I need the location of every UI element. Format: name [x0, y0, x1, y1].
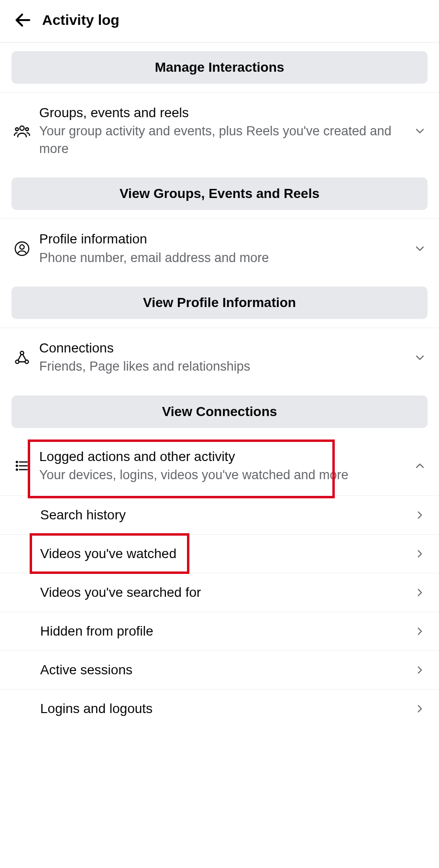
arrow-left-icon: [13, 11, 33, 30]
section-logged-actions[interactable]: Logged actions and other activity Your d…: [0, 437, 439, 495]
people-icon: [11, 122, 33, 140]
chevron-right-icon: [412, 625, 428, 637]
chevron-right-icon: [412, 703, 428, 715]
section-subtitle: Phone number, email address and more: [39, 249, 412, 266]
view-profile-information-button[interactable]: View Profile Information: [11, 286, 428, 319]
chevron-right-icon: [412, 664, 428, 676]
svg-point-2: [16, 128, 19, 131]
view-groups-events-reels-button[interactable]: View Groups, Events and Reels: [11, 177, 428, 210]
section-text: Logged actions and other activity Your d…: [39, 448, 412, 484]
svg-line-9: [18, 354, 22, 360]
subitem-videos-watched[interactable]: Videos you've watched: [0, 534, 439, 573]
page-title: Activity log: [42, 12, 120, 28]
section-text: Connections Friends, Page likes and rela…: [39, 340, 412, 375]
section-title: Connections: [39, 340, 412, 357]
svg-line-10: [22, 354, 26, 360]
chevron-down-icon: [412, 124, 428, 138]
chevron-right-icon: [412, 509, 428, 521]
subitem-active-sessions[interactable]: Active sessions: [0, 650, 439, 689]
subitem-logins-logouts[interactable]: Logins and logouts: [0, 689, 439, 728]
profile-icon: [11, 241, 33, 257]
network-icon: [11, 350, 33, 366]
subitem-label: Hidden from profile: [40, 624, 412, 639]
subitem-label: Search history: [40, 507, 412, 523]
svg-point-16: [16, 469, 18, 471]
section-connections[interactable]: Connections Friends, Page likes and rela…: [0, 328, 439, 387]
subitem-label: Videos you've watched: [40, 546, 412, 561]
svg-point-5: [20, 245, 24, 249]
subitem-label: Videos you've searched for: [40, 585, 412, 600]
section-subtitle: Friends, Page likes and relationships: [39, 358, 412, 375]
subitem-label: Active sessions: [40, 662, 412, 678]
section-title: Groups, events and reels: [39, 104, 412, 121]
section-title: Profile information: [39, 231, 412, 248]
header: Activity log: [0, 0, 439, 43]
chevron-up-icon: [412, 459, 428, 472]
subitem-videos-searched[interactable]: Videos you've searched for: [0, 573, 439, 612]
chevron-down-icon: [412, 242, 428, 255]
chevron-down-icon: [412, 351, 428, 364]
subitem-search-history[interactable]: Search history: [0, 495, 439, 534]
svg-point-12: [16, 461, 18, 463]
svg-point-3: [26, 128, 29, 131]
view-connections-button[interactable]: View Connections: [11, 396, 428, 428]
section-subtitle: Your group activity and events, plus Ree…: [39, 122, 412, 157]
chevron-right-icon: [412, 586, 428, 599]
svg-point-1: [20, 126, 24, 130]
section-text: Profile information Phone number, email …: [39, 231, 412, 266]
section-title: Logged actions and other activity: [39, 448, 412, 465]
section-profile-information[interactable]: Profile information Phone number, email …: [0, 219, 439, 278]
back-button[interactable]: [11, 9, 34, 32]
section-groups-events-reels[interactable]: Groups, events and reels Your group acti…: [0, 92, 439, 169]
list-icon: [11, 458, 33, 473]
section-text: Groups, events and reels Your group acti…: [39, 104, 412, 157]
svg-point-14: [16, 465, 18, 467]
manage-interactions-button[interactable]: Manage Interactions: [11, 51, 428, 84]
subitem-label: Logins and logouts: [40, 701, 412, 716]
subitem-hidden-from-profile[interactable]: Hidden from profile: [0, 612, 439, 650]
chevron-right-icon: [412, 548, 428, 560]
content: Manage Interactions Groups, events and r…: [0, 51, 439, 728]
section-subtitle: Your devices, logins, videos you've watc…: [39, 466, 412, 483]
